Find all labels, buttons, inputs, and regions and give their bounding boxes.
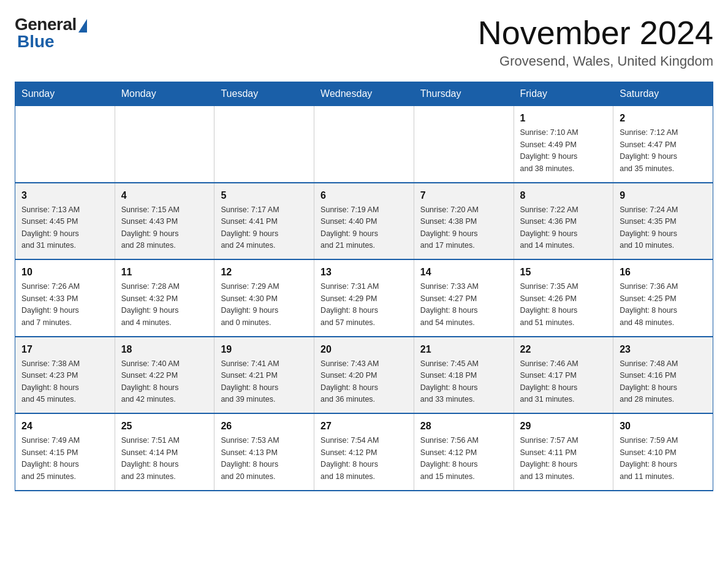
day-number: 10 bbox=[21, 265, 108, 280]
calendar-cell: 15Sunrise: 7:35 AM Sunset: 4:26 PM Dayli… bbox=[514, 259, 613, 337]
day-number: 24 bbox=[21, 419, 108, 434]
day-info: Sunrise: 7:10 AM Sunset: 4:49 PM Dayligh… bbox=[520, 127, 607, 175]
calendar-cell: 28Sunrise: 7:56 AM Sunset: 4:12 PM Dayli… bbox=[414, 413, 514, 491]
day-info: Sunrise: 7:35 AM Sunset: 4:26 PM Dayligh… bbox=[520, 281, 607, 329]
title-area: November 2024 Grovesend, Wales, United K… bbox=[478, 15, 713, 69]
calendar-cell: 21Sunrise: 7:45 AM Sunset: 4:18 PM Dayli… bbox=[414, 337, 514, 414]
day-info: Sunrise: 7:43 AM Sunset: 4:20 PM Dayligh… bbox=[320, 358, 408, 406]
day-info: Sunrise: 7:41 AM Sunset: 4:21 PM Dayligh… bbox=[221, 358, 308, 406]
day-info: Sunrise: 7:24 AM Sunset: 4:35 PM Dayligh… bbox=[620, 204, 707, 252]
weekday-header-sunday: Sunday bbox=[15, 82, 115, 106]
day-number: 30 bbox=[620, 419, 707, 434]
calendar-cell: 14Sunrise: 7:33 AM Sunset: 4:27 PM Dayli… bbox=[414, 259, 514, 337]
day-info: Sunrise: 7:38 AM Sunset: 4:23 PM Dayligh… bbox=[21, 358, 108, 406]
day-number: 1 bbox=[520, 111, 607, 126]
calendar-week-row: 17Sunrise: 7:38 AM Sunset: 4:23 PM Dayli… bbox=[15, 337, 713, 414]
calendar-cell: 9Sunrise: 7:24 AM Sunset: 4:35 PM Daylig… bbox=[613, 183, 713, 260]
calendar-cell: 24Sunrise: 7:49 AM Sunset: 4:15 PM Dayli… bbox=[15, 413, 115, 491]
calendar-cell: 12Sunrise: 7:29 AM Sunset: 4:30 PM Dayli… bbox=[214, 259, 314, 337]
day-info: Sunrise: 7:46 AM Sunset: 4:17 PM Dayligh… bbox=[520, 358, 607, 406]
calendar-week-row: 3Sunrise: 7:13 AM Sunset: 4:45 PM Daylig… bbox=[15, 183, 713, 260]
day-info: Sunrise: 7:51 AM Sunset: 4:14 PM Dayligh… bbox=[121, 435, 208, 483]
calendar-cell: 20Sunrise: 7:43 AM Sunset: 4:20 PM Dayli… bbox=[314, 337, 414, 414]
day-number: 11 bbox=[121, 265, 208, 280]
day-info: Sunrise: 7:28 AM Sunset: 4:32 PM Dayligh… bbox=[121, 281, 208, 329]
weekday-header-monday: Monday bbox=[115, 82, 214, 106]
calendar-table: SundayMondayTuesdayWednesdayThursdayFrid… bbox=[15, 82, 713, 491]
header: General Blue November 2024 Grovesend, Wa… bbox=[15, 15, 713, 69]
calendar-week-row: 1Sunrise: 7:10 AM Sunset: 4:49 PM Daylig… bbox=[15, 106, 713, 183]
calendar-cell: 22Sunrise: 7:46 AM Sunset: 4:17 PM Dayli… bbox=[514, 337, 613, 414]
calendar-cell: 27Sunrise: 7:54 AM Sunset: 4:12 PM Dayli… bbox=[314, 413, 414, 491]
day-info: Sunrise: 7:40 AM Sunset: 4:22 PM Dayligh… bbox=[121, 358, 208, 406]
calendar-cell: 17Sunrise: 7:38 AM Sunset: 4:23 PM Dayli… bbox=[15, 337, 115, 414]
day-number: 19 bbox=[221, 342, 308, 357]
weekday-header-wednesday: Wednesday bbox=[314, 82, 414, 106]
day-number: 7 bbox=[420, 188, 507, 203]
weekday-header-friday: Friday bbox=[514, 82, 613, 106]
calendar-cell: 1Sunrise: 7:10 AM Sunset: 4:49 PM Daylig… bbox=[514, 106, 613, 183]
calendar-cell: 6Sunrise: 7:19 AM Sunset: 4:40 PM Daylig… bbox=[314, 183, 414, 260]
day-info: Sunrise: 7:26 AM Sunset: 4:33 PM Dayligh… bbox=[21, 281, 108, 329]
calendar-cell: 25Sunrise: 7:51 AM Sunset: 4:14 PM Dayli… bbox=[115, 413, 214, 491]
day-info: Sunrise: 7:22 AM Sunset: 4:36 PM Dayligh… bbox=[520, 204, 607, 252]
day-info: Sunrise: 7:33 AM Sunset: 4:27 PM Dayligh… bbox=[420, 281, 507, 329]
day-info: Sunrise: 7:49 AM Sunset: 4:15 PM Dayligh… bbox=[21, 435, 108, 483]
calendar-cell: 5Sunrise: 7:17 AM Sunset: 4:41 PM Daylig… bbox=[214, 183, 314, 260]
day-info: Sunrise: 7:45 AM Sunset: 4:18 PM Dayligh… bbox=[420, 358, 507, 406]
calendar-cell bbox=[214, 106, 314, 183]
day-info: Sunrise: 7:13 AM Sunset: 4:45 PM Dayligh… bbox=[21, 204, 108, 252]
month-title: November 2024 bbox=[478, 15, 713, 51]
calendar-cell: 11Sunrise: 7:28 AM Sunset: 4:32 PM Dayli… bbox=[115, 259, 214, 337]
day-number: 3 bbox=[21, 188, 108, 203]
calendar-cell bbox=[15, 106, 115, 183]
calendar-cell: 13Sunrise: 7:31 AM Sunset: 4:29 PM Dayli… bbox=[314, 259, 414, 337]
day-info: Sunrise: 7:53 AM Sunset: 4:13 PM Dayligh… bbox=[221, 435, 308, 483]
day-number: 22 bbox=[520, 342, 607, 357]
calendar-cell: 16Sunrise: 7:36 AM Sunset: 4:25 PM Dayli… bbox=[613, 259, 713, 337]
day-number: 17 bbox=[21, 342, 108, 357]
calendar-cell: 26Sunrise: 7:53 AM Sunset: 4:13 PM Dayli… bbox=[214, 413, 314, 491]
day-number: 20 bbox=[320, 342, 408, 357]
weekday-header-saturday: Saturday bbox=[613, 82, 713, 106]
day-number: 21 bbox=[420, 342, 507, 357]
calendar-cell: 2Sunrise: 7:12 AM Sunset: 4:47 PM Daylig… bbox=[613, 106, 713, 183]
day-info: Sunrise: 7:15 AM Sunset: 4:43 PM Dayligh… bbox=[121, 204, 208, 252]
day-number: 9 bbox=[620, 188, 707, 203]
calendar-cell: 10Sunrise: 7:26 AM Sunset: 4:33 PM Dayli… bbox=[15, 259, 115, 337]
day-number: 18 bbox=[121, 342, 208, 357]
day-info: Sunrise: 7:31 AM Sunset: 4:29 PM Dayligh… bbox=[320, 281, 408, 329]
day-info: Sunrise: 7:54 AM Sunset: 4:12 PM Dayligh… bbox=[320, 435, 408, 483]
calendar-week-row: 24Sunrise: 7:49 AM Sunset: 4:15 PM Dayli… bbox=[15, 413, 713, 491]
day-number: 28 bbox=[420, 419, 507, 434]
day-number: 5 bbox=[221, 188, 308, 203]
day-info: Sunrise: 7:36 AM Sunset: 4:25 PM Dayligh… bbox=[620, 281, 707, 329]
day-info: Sunrise: 7:29 AM Sunset: 4:30 PM Dayligh… bbox=[221, 281, 308, 329]
day-number: 26 bbox=[221, 419, 308, 434]
calendar-cell: 19Sunrise: 7:41 AM Sunset: 4:21 PM Dayli… bbox=[214, 337, 314, 414]
day-info: Sunrise: 7:17 AM Sunset: 4:41 PM Dayligh… bbox=[221, 204, 308, 252]
day-number: 14 bbox=[420, 265, 507, 280]
calendar-cell: 18Sunrise: 7:40 AM Sunset: 4:22 PM Dayli… bbox=[115, 337, 214, 414]
day-number: 29 bbox=[520, 419, 607, 434]
day-info: Sunrise: 7:57 AM Sunset: 4:11 PM Dayligh… bbox=[520, 435, 607, 483]
day-number: 23 bbox=[620, 342, 707, 357]
day-number: 2 bbox=[620, 111, 707, 126]
weekday-header-row: SundayMondayTuesdayWednesdayThursdayFrid… bbox=[15, 82, 713, 106]
calendar-cell: 29Sunrise: 7:57 AM Sunset: 4:11 PM Dayli… bbox=[514, 413, 613, 491]
logo: General Blue bbox=[15, 15, 87, 52]
calendar-cell: 4Sunrise: 7:15 AM Sunset: 4:43 PM Daylig… bbox=[115, 183, 214, 260]
day-number: 6 bbox=[320, 188, 408, 203]
calendar-week-row: 10Sunrise: 7:26 AM Sunset: 4:33 PM Dayli… bbox=[15, 259, 713, 337]
day-info: Sunrise: 7:48 AM Sunset: 4:16 PM Dayligh… bbox=[620, 358, 707, 406]
day-number: 15 bbox=[520, 265, 607, 280]
calendar-cell: 30Sunrise: 7:59 AM Sunset: 4:10 PM Dayli… bbox=[613, 413, 713, 491]
calendar-cell: 23Sunrise: 7:48 AM Sunset: 4:16 PM Dayli… bbox=[613, 337, 713, 414]
day-number: 27 bbox=[320, 419, 408, 434]
weekday-header-tuesday: Tuesday bbox=[214, 82, 314, 106]
logo-blue-text: Blue bbox=[17, 32, 55, 52]
day-number: 16 bbox=[620, 265, 707, 280]
calendar-cell bbox=[314, 106, 414, 183]
day-number: 8 bbox=[520, 188, 607, 203]
calendar-cell: 3Sunrise: 7:13 AM Sunset: 4:45 PM Daylig… bbox=[15, 183, 115, 260]
